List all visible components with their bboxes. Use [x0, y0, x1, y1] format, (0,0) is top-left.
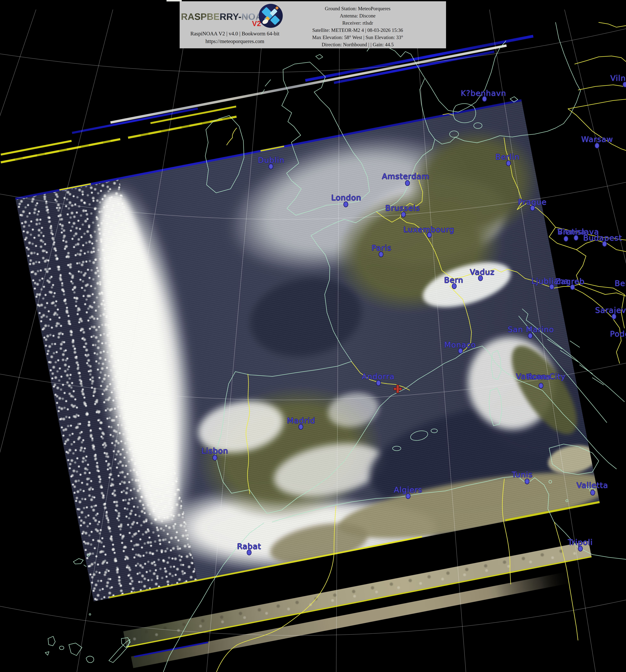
city-dot — [595, 143, 599, 148]
city-dot — [482, 96, 487, 102]
city-dot — [427, 232, 432, 238]
city-dot — [405, 180, 410, 186]
city-label: Madrid — [287, 416, 316, 425]
city-label: London — [331, 193, 361, 202]
ground-station-line: Ground Station: MeteoPorqueres — [269, 6, 446, 11]
city-dot — [212, 455, 217, 461]
city-label: Roma — [527, 372, 551, 381]
city-label: Lisbon — [202, 446, 228, 455]
city-dot — [478, 275, 483, 281]
city-label: Vilnius — [610, 74, 626, 82]
city-dot — [611, 314, 617, 319]
city-label: Zagreb — [555, 277, 584, 286]
direction-gain-line: Direction: Northbound | | Gain: 44.5 — [269, 42, 446, 48]
banner-station-info: Ground Station: MeteoPorqueres Antenna: … — [269, 1, 446, 48]
city-dot — [549, 284, 554, 290]
antenna-line: Antenna: Discone — [269, 13, 446, 19]
satellite-pass-line: Satellite: METEOR-M2 4 | 08-03-2026 15:3… — [269, 27, 446, 33]
city-dot — [406, 493, 411, 499]
city-dot — [539, 383, 543, 389]
city-dot — [401, 212, 406, 217]
city-dot — [590, 490, 595, 496]
city-dot — [269, 164, 273, 169]
city-dot — [298, 424, 303, 430]
city-dot — [563, 236, 569, 242]
city-dot — [343, 201, 348, 207]
city-label: Dublin — [258, 155, 285, 165]
city-label: Berlin — [495, 152, 519, 161]
city-label: San Marino — [508, 325, 554, 334]
city-label: Warsaw — [581, 135, 613, 144]
city-dot — [530, 205, 535, 211]
city-label: Andorra — [362, 372, 394, 381]
city-label: Valletta — [577, 481, 608, 490]
city-label: Brussels — [385, 203, 420, 213]
city-dot — [379, 251, 384, 257]
city-label: Vaduz — [470, 268, 495, 277]
city-label: Paris — [372, 243, 391, 253]
city-label: Tripoli — [568, 538, 593, 547]
receiver-line: Receiver: rtlsdr — [269, 20, 446, 26]
city-dot — [602, 241, 607, 247]
city-dot — [376, 380, 381, 386]
elevation-line: Max Elevation: 58° West | Sun Elevation:… — [269, 34, 446, 40]
city-dot — [578, 546, 583, 551]
city-label: Sarajevo — [595, 306, 626, 315]
city-dot — [623, 81, 626, 88]
city-dot — [525, 479, 530, 484]
city-label: Tunis — [512, 470, 533, 479]
city-dot — [570, 284, 575, 290]
city-dot — [528, 333, 533, 339]
city-label: Podgorica — [610, 329, 626, 338]
city-label: Amsterdam — [382, 172, 430, 181]
city-labels-layer: K?benhavnVilniusWarsawBerlinDublinAmster… — [0, 0, 626, 672]
city-dot — [458, 348, 463, 354]
city-dot — [247, 550, 252, 555]
cross-bar-vertical — [396, 385, 399, 393]
city-dot — [574, 235, 578, 241]
city-label: Algiers — [394, 485, 422, 494]
ground-station-cross-marker — [394, 385, 402, 393]
header-banner: RASPBERRY-NOAA V2 RaspiNOAA V2 | v4.0 | … — [180, 1, 446, 48]
city-dot — [452, 283, 457, 289]
city-label: Budapest — [583, 233, 622, 242]
city-dot — [506, 160, 511, 166]
satellite-capture-image: K?benhavnVilniusWarsawBerlinDublinAmster… — [0, 0, 626, 672]
city-label: Belgrade — [615, 279, 626, 288]
